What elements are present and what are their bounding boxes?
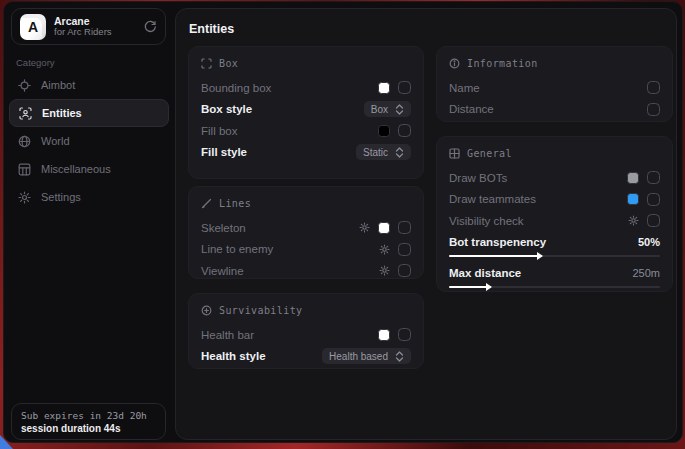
option-row: Viewline: [201, 260, 411, 282]
entities-icon: [19, 107, 32, 120]
option-label: Health bar: [201, 329, 254, 341]
option-label: Visibility check: [449, 215, 524, 227]
option-label: Health style: [201, 350, 266, 362]
slider-value: 250m: [632, 267, 660, 279]
color-swatch[interactable]: [627, 193, 639, 205]
box-style-dropdown[interactable]: Box: [364, 101, 411, 117]
option-row: Fill box: [201, 120, 411, 142]
option-row: Health style Health based: [201, 346, 411, 368]
sidebar: A Arcane for Arc Riders Category Aimbot: [4, 2, 174, 442]
option-row: Bounding box: [201, 77, 411, 99]
option-row: Fill style Static: [201, 142, 411, 164]
visibility-check-settings-icon[interactable]: [628, 215, 639, 226]
survivability-icon: [201, 305, 212, 316]
grid-icon: [18, 163, 31, 176]
chevrons-up-down-icon: [395, 147, 404, 158]
card-header-label: Box: [219, 58, 238, 69]
bot-transparency-slider[interactable]: [449, 255, 660, 257]
sidebar-item-entities[interactable]: Entities: [9, 99, 169, 127]
card-header-label: General: [467, 148, 512, 159]
skeleton-checkbox[interactable]: [398, 221, 411, 234]
draw-bots-checkbox[interactable]: [647, 171, 660, 184]
option-label: Line to enemy: [201, 243, 273, 255]
brand-logo: A: [20, 14, 46, 40]
line-icon: [201, 198, 212, 209]
general-icon: [449, 148, 460, 159]
color-swatch[interactable]: [378, 222, 390, 234]
option-label: Viewline: [201, 265, 244, 277]
general-card: General Draw BOTs Draw teammates Visibil…: [436, 136, 673, 292]
draw-teammates-checkbox[interactable]: [647, 193, 660, 206]
sidebar-item-miscellaneous[interactable]: Miscellaneous: [9, 155, 169, 183]
bounding-box-checkbox[interactable]: [398, 81, 411, 94]
option-label: Bounding box: [201, 82, 271, 94]
sidebar-item-label: Entities: [42, 107, 82, 119]
dropdown-value: Box: [371, 104, 388, 115]
crosshair-icon: [18, 79, 31, 92]
visibility-check-checkbox[interactable]: [647, 214, 660, 227]
sidebar-item-label: Settings: [41, 191, 81, 203]
sidebar-item-label: World: [41, 135, 70, 147]
skeleton-settings-icon[interactable]: [359, 222, 370, 233]
option-label: Fill box: [201, 125, 237, 137]
color-swatch[interactable]: [627, 172, 639, 184]
gear-icon: [18, 191, 31, 204]
health-bar-checkbox[interactable]: [398, 328, 411, 341]
information-card: Information Name Distance: [436, 46, 673, 122]
option-row: Draw BOTs: [449, 167, 660, 189]
subscription-card: Sub expires in 23d 20h session duration …: [11, 403, 166, 440]
slider-fill: [449, 255, 542, 257]
sidebar-item-world[interactable]: World: [9, 127, 169, 155]
session-duration-text: session duration 44s: [21, 423, 156, 434]
option-row: Name: [449, 77, 660, 99]
sidebar-nav: Aimbot Entities World: [9, 71, 169, 211]
category-label: Category: [16, 57, 55, 68]
health-style-dropdown[interactable]: Health based: [322, 348, 411, 364]
max-distance-slider[interactable]: [449, 286, 660, 288]
lines-card: Lines Skeleton Line to enemy: [188, 186, 424, 279]
sidebar-item-label: Miscellaneous: [41, 163, 111, 175]
name-checkbox[interactable]: [647, 81, 660, 94]
fill-box-checkbox[interactable]: [398, 124, 411, 137]
option-row: Health bar: [201, 324, 411, 346]
color-swatch[interactable]: [378, 82, 390, 94]
option-label: Fill style: [201, 146, 247, 158]
chevrons-up-down-icon: [395, 104, 404, 115]
card-header-label: Lines: [219, 198, 251, 209]
line-to-enemy-settings-icon[interactable]: [379, 244, 390, 255]
app-window: A Arcane for Arc Riders Category Aimbot: [3, 1, 683, 443]
line-to-enemy-checkbox[interactable]: [398, 243, 411, 256]
slider-label: Max distance: [449, 267, 521, 279]
option-label: Skeleton: [201, 222, 246, 234]
reload-icon[interactable]: [144, 20, 157, 33]
dropdown-value: Health based: [329, 351, 388, 362]
option-label: Name: [449, 82, 480, 94]
sub-expiry-text: Sub expires in 23d 20h: [21, 410, 156, 421]
sidebar-item-aimbot[interactable]: Aimbot: [9, 71, 169, 99]
sidebar-item-label: Aimbot: [41, 79, 75, 91]
option-row: Distance: [449, 99, 660, 121]
color-swatch[interactable]: [378, 329, 390, 341]
bot-transparency-block: Bot transpenency 50%: [449, 233, 660, 257]
box-icon: [201, 58, 212, 69]
slider-value: 50%: [638, 236, 660, 248]
option-label: Box style: [201, 103, 252, 115]
slider-fill: [449, 286, 491, 288]
viewline-checkbox[interactable]: [398, 264, 411, 277]
option-label: Draw teammates: [449, 193, 536, 205]
viewline-settings-icon[interactable]: [379, 265, 390, 276]
sidebar-item-settings[interactable]: Settings: [9, 183, 169, 211]
color-swatch[interactable]: [378, 125, 390, 137]
option-row: Box style Box: [201, 99, 411, 121]
fill-style-dropdown[interactable]: Static: [356, 144, 411, 160]
option-label: Distance: [449, 103, 494, 115]
box-card: Box Bounding box Box style Box: [188, 46, 424, 179]
distance-checkbox[interactable]: [647, 103, 660, 116]
slider-label: Bot transpenency: [449, 236, 546, 248]
card-header-label: Survivability: [219, 305, 302, 316]
dropdown-value: Static: [363, 147, 388, 158]
chevrons-up-down-icon: [395, 351, 404, 362]
max-distance-block: Max distance 250m: [449, 264, 660, 288]
main-panel: Entities Box Bounding box Box style: [175, 8, 677, 440]
brand-subtitle: for Arc Riders: [54, 27, 136, 38]
